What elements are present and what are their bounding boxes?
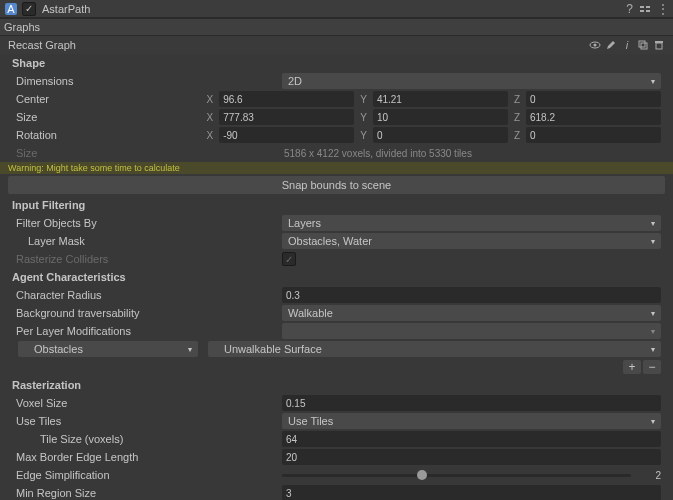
eye-icon[interactable] [589,39,601,51]
tile-size-input[interactable] [282,431,661,447]
center-x-input[interactable] [219,91,354,107]
svg-rect-12 [655,41,663,43]
graph-name: Recast Graph [8,39,76,51]
size-z-input[interactable] [526,109,661,125]
pencil-icon[interactable] [605,39,617,51]
rotation-z-input[interactable] [526,127,661,143]
enable-checkbox[interactable]: ✓ [22,2,36,16]
agent-label: Agent Characteristics [0,268,673,286]
radius-input[interactable] [282,287,661,303]
mod-surface-dropdown[interactable]: Unwalkable Surface [208,341,661,357]
shape-label: Shape [0,54,673,72]
size-y-input[interactable] [373,109,508,125]
trash-icon[interactable] [653,39,665,51]
warning-text: Warning: Might take some time to calcula… [0,162,673,174]
modification-row: Obstacles Unwalkable Surface [0,340,673,358]
layer-mask-label: Layer Mask [12,235,282,247]
filter-by-label: Filter Objects By [12,217,282,229]
max-border-input[interactable] [282,449,661,465]
svg-point-7 [594,44,597,47]
dimensions-label: Dimensions [12,75,282,87]
traversability-dropdown[interactable]: Walkable [282,305,661,321]
edge-simp-label: Edge Simplification [12,469,282,481]
svg-rect-2 [640,6,644,8]
svg-rect-11 [656,43,662,49]
duplicate-icon[interactable] [637,39,649,51]
per-layer-label: Per Layer Modifications [12,325,282,337]
use-tiles-label: Use Tiles [12,415,282,427]
svg-rect-3 [640,10,644,12]
svg-text:i: i [626,39,629,51]
use-tiles-dropdown[interactable]: Use Tiles [282,413,661,429]
snap-bounds-button[interactable]: Snap bounds to scene [8,176,665,194]
script-icon: A [4,2,18,16]
edge-simp-value: 2 [637,470,661,481]
per-layer-dropdown[interactable] [282,323,661,339]
inspector-header: A ✓ AstarPath ? ⋮ [0,0,673,18]
rasterize-colliders-checkbox: ✓ [282,252,296,266]
size-info-text: 5186 x 4122 voxels, divided into 5330 ti… [282,148,472,159]
tile-size-label: Tile Size (voxels) [12,433,282,445]
add-modification-button[interactable]: + [623,360,641,374]
center-z-input[interactable] [526,91,661,107]
graph-header[interactable]: Recast Graph i [0,36,673,54]
rotation-x-input[interactable] [219,127,354,143]
rotation-y-input[interactable] [373,127,508,143]
min-region-label: Min Region Size [12,487,282,499]
voxel-size-label: Voxel Size [12,397,282,409]
size-label: Size [12,111,203,123]
min-region-input[interactable] [282,485,661,500]
layer-mask-dropdown[interactable]: Obstacles, Water [282,233,661,249]
max-border-label: Max Border Edge Length [12,451,282,463]
mod-layer-dropdown[interactable]: Obstacles [18,341,198,357]
menu-icon[interactable]: ⋮ [657,2,669,16]
input-filtering-label: Input Filtering [0,196,673,214]
graphs-section-header[interactable]: Graphs [0,18,673,36]
svg-rect-9 [639,41,645,47]
help-icon[interactable]: ? [626,2,633,16]
info-icon[interactable]: i [621,39,633,51]
x-label: X [203,94,218,105]
z-label: Z [510,94,524,105]
y-label: Y [356,94,371,105]
component-title: AstarPath [40,3,626,15]
svg-text:A: A [7,3,15,15]
center-y-input[interactable] [373,91,508,107]
rasterization-label: Rasterization [0,376,673,394]
svg-rect-4 [646,6,650,8]
size-x-input[interactable] [219,109,354,125]
rasterize-colliders-label: Rasterize Colliders [12,253,282,265]
voxel-size-input[interactable] [282,395,661,411]
center-label: Center [12,93,203,105]
remove-modification-button[interactable]: − [643,360,661,374]
rotation-label: Rotation [12,129,203,141]
edge-simp-slider[interactable] [282,474,631,477]
radius-label: Character Radius [12,289,282,301]
traversability-label: Background traversability [12,307,282,319]
filter-by-dropdown[interactable]: Layers [282,215,661,231]
size-info-label: Size [12,147,282,159]
preset-icon[interactable] [639,3,651,15]
svg-rect-5 [646,10,650,12]
dimensions-dropdown[interactable]: 2D [282,73,661,89]
svg-rect-10 [641,43,647,49]
